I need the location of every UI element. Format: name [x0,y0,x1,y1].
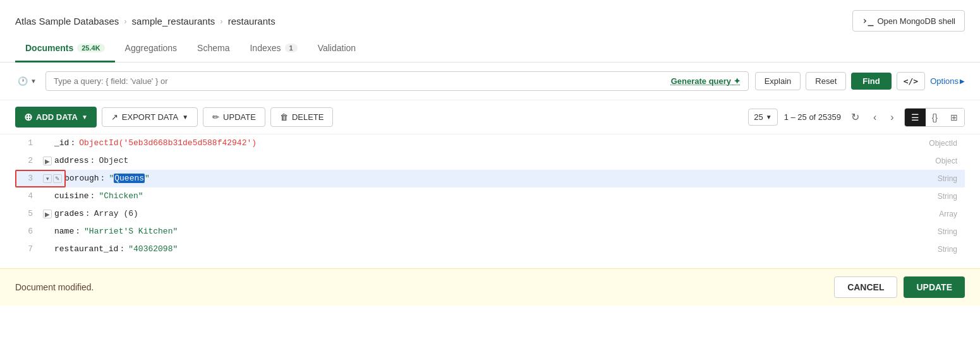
breadcrumb-collection: restaurants [228,16,275,27]
breadcrumb-root[interactable]: Atlas Sample Databases [15,16,119,27]
field-id-value[interactable]: ObjectId('5eb3d668b31de5d588f42942') [79,134,257,152]
tab-aggregations-label: Aggregations [125,43,178,53]
field-grades-type: Array [939,205,962,223]
pencil-icon: ✏ [212,112,219,122]
code-brackets-icon: </> [904,76,918,86]
view-toggle-group: ☰ {} ⊞ [904,108,965,127]
edit-borough-button[interactable]: ✎ [53,174,62,183]
line-number-4: 4 [18,187,33,205]
list-view-button[interactable]: ☰ [905,109,926,126]
collapse-borough-button[interactable]: ▾ [43,174,52,183]
export-chevron-icon: ▼ [182,114,188,121]
next-page-button[interactable]: › [886,109,897,126]
options-label: Options [930,76,959,86]
query-bar: 🕐 ▼ Generate query ✦ Explain Reset Find … [0,62,980,100]
breadcrumb-db[interactable]: sample_restaurants [132,16,215,27]
field-borough-value[interactable]: "Queens" [109,170,149,187]
export-data-label: EXPORT DATA [122,112,178,122]
field-cuisine: cuisine [54,187,89,205]
dropdown-arrow-icon: ▼ [30,78,37,85]
add-data-button[interactable]: ⊕ ADD DATA ▼ [15,107,97,128]
toolbar: ⊕ ADD DATA ▼ ↗ EXPORT DATA ▼ ✏ UPDATE 🗑 … [0,100,980,134]
toggle-code-button[interactable]: </> [897,72,925,90]
line-number-7: 7 [18,240,33,258]
pagination-info: 1 – 25 of 25359 [784,112,841,122]
json-view-icon: {} [932,112,938,122]
tab-aggregations[interactable]: Aggregations [115,37,188,62]
generate-query-link[interactable]: Generate query ✦ [671,76,741,86]
find-button[interactable]: Find [851,73,891,90]
field-cuisine-value[interactable]: "Chicken" [99,187,143,205]
tab-indexes-label: Indexes [250,43,281,53]
sparkle-icon: ✦ [734,76,741,86]
generate-query-label: Generate query [671,76,731,86]
field-address: address [54,152,89,170]
clock-icon: 🕐 [18,76,28,86]
expand-grades-button[interactable]: ▶ [43,210,52,218]
toolbar-right: 25 ▼ 1 – 25 of 25359 ↻ ‹ › ☰ {} ⊞ [748,108,965,127]
table-view-icon: ⊞ [950,112,958,122]
doc-line-5: 5 ▶ grades : Array (6) Array [15,205,965,223]
tab-documents-label: Documents [25,43,73,53]
tabs-bar: Documents 25.4K Aggregations Schema Inde… [0,37,980,62]
delete-label: DELETE [292,112,324,122]
json-view-button[interactable]: {} [926,109,944,126]
status-message: Document modified. [15,282,94,292]
line-number-6: 6 [18,223,33,240]
tab-validation[interactable]: Validation [308,37,366,62]
line-number-5: 5 [18,205,33,223]
breadcrumb-sep-1: › [124,16,126,26]
tab-indexes[interactable]: Indexes 1 [239,37,307,62]
status-actions: CANCEL UPDATE [834,276,965,298]
field-restaurant-id-type: String [938,240,962,258]
field-restaurant-id-value[interactable]: "40362098" [128,240,178,258]
query-actions: Explain Reset Find </> Options ▶ [755,72,965,90]
query-input[interactable] [54,76,666,86]
options-button[interactable]: Options ▶ [930,76,965,86]
plus-circle-icon: ⊕ [24,111,32,123]
delete-button[interactable]: 🗑 DELETE [270,107,334,127]
line-number-3: 3 [18,170,33,187]
line-number-2: 2 [18,152,33,170]
open-shell-button[interactable]: ›_ Open MongoDB shell [852,10,965,32]
query-input-wrap: Generate query ✦ [45,71,749,91]
explain-button[interactable]: Explain [755,72,801,90]
field-id-type: ObjectId [929,134,962,152]
query-history-button[interactable]: 🕐 ▼ [15,74,39,88]
cancel-document-button[interactable]: CANCEL [834,276,897,298]
update-document-button[interactable]: UPDATE [904,276,965,298]
page-size-value: 25 [754,112,763,122]
field-name-value[interactable]: "Harriet'S Kitchen" [84,223,178,240]
refresh-button[interactable]: ↻ [847,109,863,126]
reset-button[interactable]: Reset [806,72,846,90]
update-button[interactable]: ✏ UPDATE [203,107,265,127]
doc-line-7: 7 restaurant_id : "40362098" String [15,240,965,258]
tab-schema[interactable]: Schema [187,37,239,62]
breadcrumb-sep-2: › [220,16,222,26]
prev-page-button[interactable]: ‹ [869,109,880,126]
doc-line-3: 3 ▾ ✎ borough : "Queens" String [15,170,965,187]
field-grades: grades [54,205,84,223]
line-number-1: 1 [18,134,33,152]
field-cuisine-type: String [938,187,962,205]
doc-line-4: 4 cuisine : "Chicken" String [15,187,965,205]
breadcrumb-bar: Atlas Sample Databases › sample_restaura… [0,0,980,37]
open-shell-label: Open MongoDB shell [877,16,955,26]
table-view-button[interactable]: ⊞ [944,109,964,126]
export-icon: ↗ [111,112,118,122]
doc-line-2: 2 ▶ address : Object Object [15,152,965,170]
expand-address-button[interactable]: ▶ [43,157,52,165]
tab-documents[interactable]: Documents 25.4K [15,37,115,62]
field-borough-type: String [938,170,962,187]
breadcrumb: Atlas Sample Databases › sample_restaura… [15,16,275,27]
toolbar-left: ⊕ ADD DATA ▼ ↗ EXPORT DATA ▼ ✏ UPDATE 🗑 … [15,107,333,128]
chevron-right-icon: › [890,112,893,122]
doc-line-6: 6 name : "Harriet'S Kitchen" String [15,223,965,240]
export-data-button[interactable]: ↗ EXPORT DATA ▼ [102,107,198,127]
page-size-select[interactable]: 25 ▼ [748,109,777,126]
list-view-icon: ☰ [911,112,919,122]
terminal-icon: ›_ [862,15,873,27]
document-area: 1 _id : ObjectId('5eb3d668b31de5d588f429… [0,134,980,268]
trash-icon: 🗑 [280,112,288,122]
add-data-chevron-icon: ▼ [82,114,88,121]
